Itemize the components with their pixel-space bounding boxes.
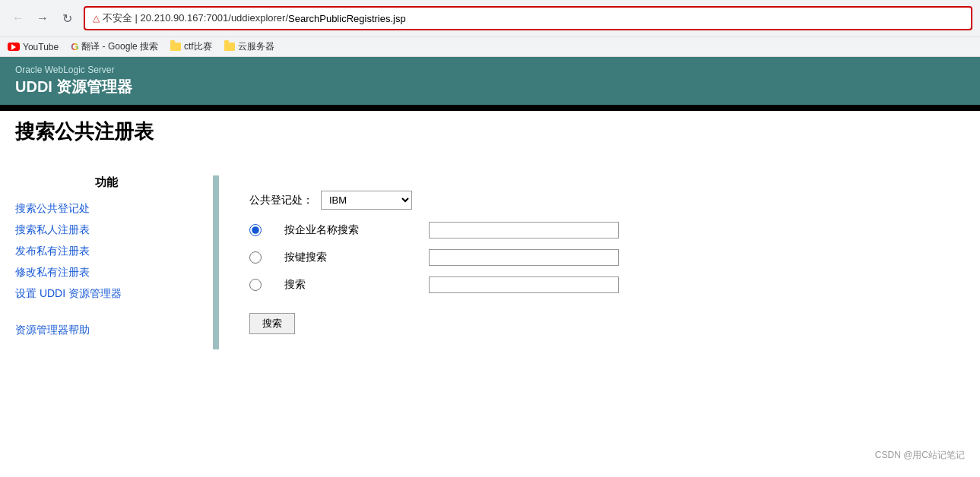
input-by-name[interactable] — [429, 222, 619, 238]
folder-cloud-icon — [224, 43, 235, 51]
vertical-divider — [213, 175, 219, 349]
sidebar-link-search-public[interactable]: 搜索公共登记处 — [15, 202, 198, 216]
radio-row-by-name: 按企业名称搜索 — [249, 222, 950, 238]
main-content: 功能 搜索公共登记处 搜索私人注册表 发布私有注册表 修改私有注册表 设置 UD… — [0, 160, 980, 365]
address-bar[interactable]: △ 不安全 | 20.210.90.167:7001/uddiexplorer/… — [84, 6, 972, 30]
sidebar-links: 搜索公共登记处 搜索私人注册表 发布私有注册表 修改私有注册表 设置 UDDI … — [15, 202, 198, 301]
registry-label: 公共登记处： — [249, 194, 313, 207]
folder-ctf-icon — [170, 43, 181, 51]
radio-by-key[interactable] — [249, 251, 262, 264]
radio-group: 按企业名称搜索 按键搜索 搜索 — [249, 222, 950, 293]
radio-by-name-label: 按企业名称搜索 — [284, 223, 406, 237]
reload-button[interactable]: ↻ — [56, 8, 78, 29]
sidebar: 功能 搜索公共登记处 搜索私人注册表 发布私有注册表 修改私有注册表 设置 UD… — [0, 175, 213, 349]
bookmark-translate-label: 翻译 - Google 搜索 — [81, 40, 158, 53]
page-title-area: 搜索公共注册表 — [0, 111, 980, 160]
sidebar-link-search-private[interactable]: 搜索私人注册表 — [15, 223, 198, 237]
sidebar-help: 资源管理器帮助 — [15, 324, 198, 337]
nav-buttons: ← → ↻ — [8, 8, 78, 29]
registry-row: 公共登记处： IBM Microsoft SAP XMethods — [249, 191, 950, 210]
url-highlight: SearchPublicRegistries.jsp — [288, 13, 406, 24]
bookmark-ctf-label: ctf比赛 — [184, 40, 212, 53]
browser-chrome: ← → ↻ △ 不安全 | 20.210.90.167:7001/uddiexp… — [0, 0, 980, 57]
search-button[interactable]: 搜索 — [249, 313, 295, 334]
radio-row-by-key: 按键搜索 — [249, 249, 950, 266]
google-icon: G — [71, 41, 78, 52]
back-button[interactable]: ← — [8, 8, 29, 29]
sidebar-link-settings[interactable]: 设置 UDDI 资源管理器 — [15, 287, 198, 301]
sidebar-link-help[interactable]: 资源管理器帮助 — [15, 324, 90, 336]
url-prefix: 不安全 | 20.210.90.167:7001/uddiexplorer/ — [103, 11, 288, 25]
header-title: UDDI 资源管理器 — [15, 77, 965, 97]
radio-search-label: 搜索 — [284, 278, 406, 292]
radio-by-name[interactable] — [249, 224, 262, 236]
registry-select[interactable]: IBM Microsoft SAP XMethods — [321, 191, 412, 210]
form-area: 公共登记处： IBM Microsoft SAP XMethods 按企业名称搜… — [219, 175, 980, 349]
sidebar-link-modify-private[interactable]: 修改私有注册表 — [15, 266, 198, 280]
youtube-icon — [8, 43, 20, 51]
bookmark-cloud[interactable]: 云服务器 — [224, 40, 274, 53]
forward-button[interactable]: → — [32, 8, 53, 29]
browser-toolbar: ← → ↻ △ 不安全 | 20.210.90.167:7001/uddiexp… — [0, 0, 980, 36]
bookmark-ctf[interactable]: ctf比赛 — [170, 40, 212, 53]
header-black-bar — [0, 105, 980, 111]
input-by-key[interactable] — [429, 249, 619, 266]
radio-row-search: 搜索 — [249, 276, 950, 293]
bookmark-cloud-label: 云服务器 — [238, 40, 274, 53]
page-header: Oracle WebLogic Server UDDI 资源管理器 — [0, 57, 980, 105]
radio-by-key-label: 按键搜索 — [284, 251, 406, 264]
radio-search[interactable] — [249, 279, 262, 291]
sidebar-link-publish-private[interactable]: 发布私有注册表 — [15, 245, 198, 258]
input-search[interactable] — [429, 276, 619, 293]
header-subtitle: Oracle WebLogic Server — [15, 65, 965, 75]
security-warning-icon: △ — [93, 13, 100, 24]
sidebar-section-title: 功能 — [15, 175, 198, 190]
bookmark-youtube-label: YouTube — [23, 42, 59, 52]
bookmark-youtube[interactable]: YouTube — [8, 42, 59, 52]
page-title: 搜索公共注册表 — [15, 118, 965, 145]
bookmarks-bar: YouTube G 翻译 - Google 搜索 ctf比赛 云服务器 — [0, 36, 980, 56]
bookmark-translate[interactable]: G 翻译 - Google 搜索 — [71, 40, 158, 53]
